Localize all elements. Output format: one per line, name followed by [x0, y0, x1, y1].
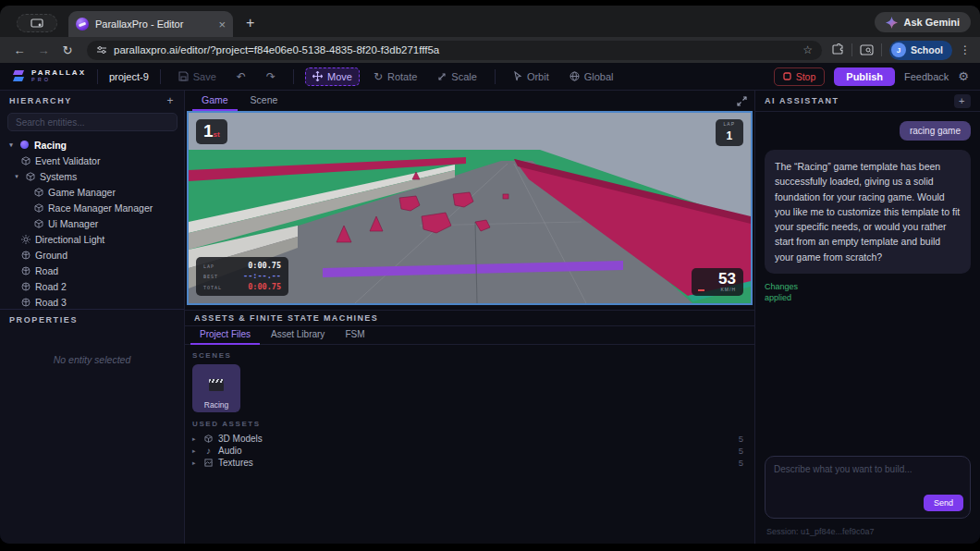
undo-button[interactable]: ↶ [230, 67, 252, 86]
hierarchy-tree: ▾ Racing Event Validator ▾ Systems [0, 137, 184, 309]
forward-button[interactable]: → [33, 43, 54, 57]
caret-right-icon[interactable]: ▸ [192, 447, 199, 455]
hud-lap: LAP 1 [716, 119, 743, 146]
move-tool-button[interactable]: Move [305, 67, 360, 86]
timer-row-total: TOTAL0:00.75 [203, 282, 281, 292]
tab-overview-button[interactable] [17, 14, 57, 32]
tree-item-racing[interactable]: ▾ Racing [0, 137, 184, 153]
send-button[interactable]: Send [924, 495, 963, 511]
mesh-icon [20, 298, 31, 307]
browser-menu-icon[interactable]: ⋮ [960, 43, 971, 56]
tree-item-road-3[interactable]: Road 3 [0, 294, 184, 309]
ask-gemini-label: Ask Gemini [903, 17, 960, 28]
tree-item-systems[interactable]: ▾ Systems [0, 168, 184, 184]
new-chat-button[interactable]: + [954, 94, 971, 108]
tree-item-directional-light[interactable]: Directional Light [0, 231, 184, 247]
search-input[interactable] [7, 113, 178, 131]
stop-label: Stop [796, 71, 816, 82]
ai-assistant-header: AI ASSISTANT + [755, 91, 980, 112]
feedback-button[interactable]: Feedback [904, 71, 949, 82]
divider [851, 43, 852, 56]
tab-scene[interactable]: Scene [241, 92, 288, 111]
browser-window: ParallaxPro - Editor × + Ask Gemini ← → … [0, 6, 980, 544]
session-id: Session: u1_pf84e...fef9c0a7 [755, 522, 980, 544]
publish-button[interactable]: Publish [834, 67, 895, 86]
tree-item-road-2[interactable]: Road 2 [0, 278, 184, 294]
editor-center: Game Scene [185, 91, 754, 544]
bookmark-star-icon[interactable]: ☆ [802, 43, 813, 56]
tree-item-game-manager[interactable]: Game Manager [0, 184, 184, 200]
profile-button[interactable]: J School [889, 41, 952, 60]
tab-close-icon[interactable]: × [218, 18, 226, 31]
mesh-icon [20, 266, 31, 276]
hierarchy-sidebar: HIERARCHY + ▾ Racing Event Validator [0, 91, 185, 544]
settings-gear-icon[interactable]: ⚙ [958, 69, 969, 83]
properties-empty-message: No entity selected [0, 354, 184, 365]
tree-item-event-validator[interactable]: Event Validator [0, 153, 184, 168]
tree-item-label: Directional Light [35, 234, 104, 245]
globe-icon [570, 71, 580, 81]
tab-fsm[interactable]: FSM [336, 326, 374, 345]
cube-icon [33, 219, 43, 228]
global-label: Global [584, 71, 614, 82]
caret-down-icon[interactable]: ▾ [13, 173, 20, 180]
browser-tabstrip: ParallaxPro - Editor × + Ask Gemini [0, 6, 980, 37]
brand-line2: PRO [31, 78, 86, 83]
extensions-icon[interactable] [831, 43, 844, 56]
caret-down-icon[interactable]: ▾ [7, 141, 15, 149]
rotate-tool-button[interactable]: ↻ Rotate [367, 67, 423, 86]
tree-item-ui-manager[interactable]: Ui Manager [0, 215, 184, 231]
hud-speed: 53 KM/H [692, 268, 743, 296]
url-bar[interactable]: parallaxpro.ai/editor/?project=f84e06e0-… [87, 41, 822, 60]
save-button[interactable]: Save [172, 68, 223, 85]
assets-tabs: Project Files Asset Library FSM [185, 326, 754, 345]
orbit-button[interactable]: Orbit [507, 68, 556, 85]
viewport-tabs: Game Scene [185, 91, 754, 111]
asset-group-3d-models[interactable]: ▸ 3D Models 5 [192, 433, 747, 445]
sun-icon [20, 235, 31, 244]
scale-icon [437, 72, 447, 81]
reload-button[interactable]: ↻ [57, 43, 78, 57]
expand-viewport-button[interactable] [737, 96, 747, 106]
tree-item-ground[interactable]: Ground [0, 247, 184, 263]
tree-item-race-manager-manager[interactable]: Race Manager Manager [0, 200, 184, 215]
asset-group-textures[interactable]: ▸ Textures 5 [192, 457, 747, 469]
assets-title: ASSETS & FINITE STATE MACHINES [194, 313, 378, 323]
parallax-logo-icon [11, 69, 26, 83]
asset-group-audio[interactable]: ▸ ♪ Audio 5 [192, 445, 747, 457]
side-panel-icon[interactable] [860, 44, 874, 55]
scene-card-racing[interactable]: Racing [192, 364, 240, 412]
tree-item-label: Road [35, 265, 58, 276]
game-viewport[interactable]: 1st LAP 1 LAP0:00.75 BEST--:--.-- TOTAL0… [187, 111, 753, 305]
back-button[interactable]: ← [9, 43, 30, 57]
rotate-icon: ↻ [374, 70, 383, 83]
orbit-label: Orbit [527, 71, 549, 82]
used-assets-section-label: USED ASSETS [192, 420, 747, 428]
browser-tab[interactable]: ParallaxPro - Editor × [68, 11, 233, 37]
tree-item-label: Game Manager [48, 187, 116, 198]
stop-icon [783, 72, 791, 80]
clapperboard-icon [209, 379, 224, 391]
rotate-label: Rotate [387, 71, 417, 82]
audio-note-icon: ♪ [203, 446, 214, 456]
caret-right-icon[interactable]: ▸ [192, 459, 199, 467]
add-entity-button[interactable]: + [166, 94, 175, 107]
new-tab-button[interactable]: + [246, 15, 254, 31]
tab-asset-library[interactable]: Asset Library [262, 326, 334, 345]
brand-line1: PARALLAX [31, 69, 86, 77]
global-button[interactable]: Global [563, 68, 620, 85]
tab-game[interactable]: Game [192, 92, 238, 111]
site-info-icon [96, 45, 107, 55]
scale-tool-button[interactable]: Scale [431, 68, 484, 85]
cube-icon [33, 203, 43, 213]
ask-gemini-button[interactable]: Ask Gemini [875, 12, 971, 32]
tree-item-road[interactable]: Road [0, 263, 184, 278]
redo-button[interactable]: ↷ [260, 67, 282, 86]
url-text[interactable]: parallaxpro.ai/editor/?project=f84e06e0-… [114, 44, 796, 55]
mesh-icon [20, 251, 31, 260]
stop-button[interactable]: Stop [774, 67, 826, 86]
caret-right-icon[interactable]: ▸ [192, 435, 199, 443]
tab-project-files[interactable]: Project Files [190, 326, 260, 345]
speed-value: 53 [699, 271, 736, 287]
tab-title: ParallaxPro - Editor [95, 18, 212, 30]
